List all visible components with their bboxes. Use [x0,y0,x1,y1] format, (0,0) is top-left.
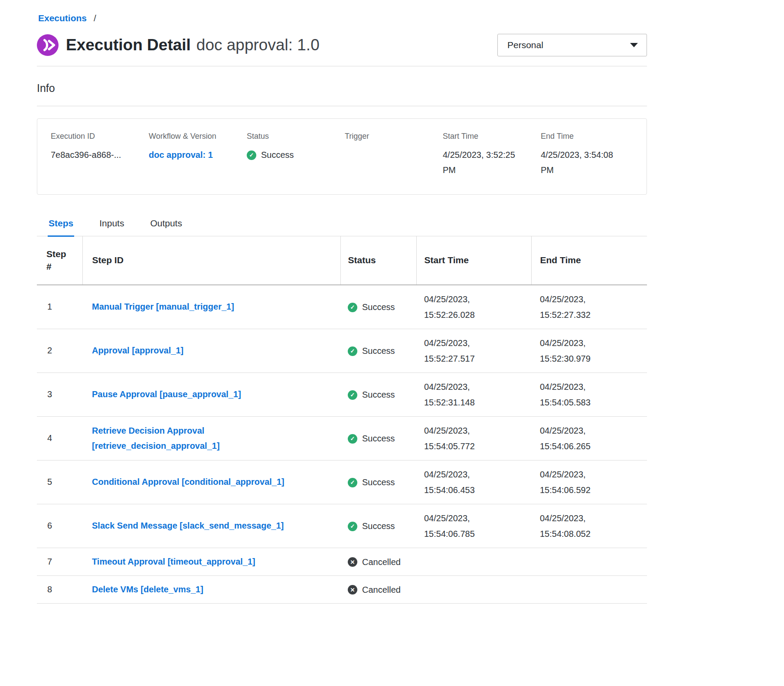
table-row: 8 Delete VMs [delete_vms_1] ✕ Cancelled [37,575,647,603]
title-row: Execution Detail doc approval: 1.0 Perso… [37,34,647,56]
end-time-cell: 04/25/2023, 15:54:08.052 [531,504,647,548]
info-card: Execution ID 7e8ac396-a868-... Workflow … [37,118,647,195]
info-label: Execution ID [51,132,149,141]
end-time-cell: 04/25/2023, 15:52:27.332 [531,285,647,329]
success-icon: ✓ [348,434,357,444]
info-field-workflow-version: Workflow & Version doc approval: 1 [149,132,247,178]
start-time-cell: 04/25/2023, 15:54:05.772 [416,416,531,460]
start-time-cell: 04/25/2023, 15:54:06.453 [416,460,531,504]
execution-id-value: 7e8ac396-a868-... [51,147,149,163]
breadcrumb-separator: / [94,13,96,23]
step-link[interactable]: Slack Send Message [slack_send_message_1… [92,518,284,533]
steps-table-header: Step # Step ID Status Start Time End Tim… [37,236,647,285]
info-field-status: Status ✓ Success [247,132,345,178]
column-header-step-number: Step # [37,236,82,285]
step-number: 2 [37,329,82,372]
step-number: 4 [37,416,82,460]
success-icon: ✓ [348,522,357,531]
status-badge: ✓ Success [348,302,395,312]
workspace-select-value: Personal [507,40,543,50]
step-number: 5 [37,460,82,504]
steps-table-body: 1 Manual Trigger [manual_trigger_1] ✓ Su… [37,285,647,604]
status-badge: ✓ Success [348,346,395,356]
end-time-cell: 04/25/2023, 15:54:06.265 [531,416,647,460]
start-time-cell: 04/25/2023, 15:52:26.028 [416,285,531,329]
chevron-down-icon [630,43,638,47]
workflow-brand-icon [37,34,59,56]
end-time-cell [531,548,647,575]
start-time-cell: 04/25/2023, 15:52:27.517 [416,329,531,372]
status-cell: ✕ Cancelled [340,575,416,603]
step-number: 8 [37,575,82,603]
table-row: 4 Retrieve Decision Approval [retrieve_d… [37,416,647,460]
info-label: Status [247,132,345,141]
tab-inputs[interactable]: Inputs [98,214,125,236]
title-divider [37,66,647,66]
step-link[interactable]: Manual Trigger [manual_trigger_1] [92,299,234,314]
start-time-value: 4/25/2023, 3:52:25 PM [443,147,525,178]
step-id-cell: Approval [approval_1] [82,329,340,372]
step-link[interactable]: Pause Approval [pause_approval_1] [92,387,241,402]
title-group: Execution Detail doc approval: 1.0 [37,34,320,56]
status-badge: ✓ Success [348,434,395,444]
step-number: 6 [37,504,82,548]
step-link[interactable]: Conditional Approval [conditional_approv… [92,474,284,490]
status-cell: ✓ Success [340,416,416,460]
cancelled-icon: ✕ [348,585,357,595]
info-field-trigger: Trigger [345,132,443,178]
breadcrumb: Executions / [38,13,647,23]
status-cell: ✓ Success [340,329,416,372]
table-row: 1 Manual Trigger [manual_trigger_1] ✓ Su… [37,285,647,329]
step-link[interactable]: Approval [approval_1] [92,343,183,358]
table-row: 5 Conditional Approval [conditional_appr… [37,460,647,504]
workspace-select[interactable]: Personal [497,34,647,56]
info-divider [37,106,647,106]
step-number: 3 [37,372,82,416]
info-field-start-time: Start Time 4/25/2023, 3:52:25 PM [443,132,541,178]
column-header-end-time: End Time [531,236,647,285]
step-id-cell: Retrieve Decision Approval [retrieve_dec… [82,416,340,460]
workflow-version-link[interactable]: doc approval: 1 [149,147,213,163]
column-header-status: Status [340,236,416,285]
end-time-value: 4/25/2023, 3:54:08 PM [541,147,623,178]
step-link[interactable]: Timeout Approval [timeout_approval_1] [92,554,255,569]
cancelled-icon: ✕ [348,557,357,567]
breadcrumb-executions-link[interactable]: Executions [38,13,87,23]
table-row: 2 Approval [approval_1] ✓ Success 04/25/… [37,329,647,372]
step-number: 7 [37,548,82,575]
info-field-execution-id: Execution ID 7e8ac396-a868-... [51,132,149,178]
column-header-step-id: Step ID [82,236,340,285]
step-id-cell: Manual Trigger [manual_trigger_1] [82,285,340,329]
start-time-cell: 04/25/2023, 15:54:06.785 [416,504,531,548]
success-icon: ✓ [348,390,357,400]
execution-status-badge: ✓ Success [247,147,294,163]
status-cell: ✕ Cancelled [340,548,416,575]
execution-detail-page: Executions / Execution Detail doc approv… [37,0,647,604]
success-icon: ✓ [348,346,357,356]
info-label: Workflow & Version [149,132,247,141]
status-cell: ✓ Success [340,460,416,504]
status-badge: ✓ Success [348,477,395,487]
end-time-cell: 04/25/2023, 15:54:05.583 [531,372,647,416]
tab-steps[interactable]: Steps [48,214,74,237]
step-id-cell: Conditional Approval [conditional_approv… [82,460,340,504]
step-id-cell: Delete VMs [delete_vms_1] [82,575,340,603]
status-badge: ✕ Cancelled [348,557,401,567]
status-cell: ✓ Success [340,372,416,416]
success-icon: ✓ [348,303,357,312]
step-number: 1 [37,285,82,329]
table-row: 6 Slack Send Message [slack_send_message… [37,504,647,548]
info-field-end-time: End Time 4/25/2023, 3:54:08 PM [541,132,623,178]
step-link[interactable]: Retrieve Decision Approval [retrieve_dec… [92,423,309,454]
start-time-cell [416,548,531,575]
end-time-cell [531,575,647,603]
tab-outputs[interactable]: Outputs [149,214,183,236]
column-header-start-time: Start Time [416,236,531,285]
step-id-cell: Timeout Approval [timeout_approval_1] [82,548,340,575]
info-label: Trigger [345,132,443,141]
execution-status-text: Success [261,147,294,163]
table-row: 3 Pause Approval [pause_approval_1] ✓ Su… [37,372,647,416]
info-section-title: Info [37,82,647,95]
step-link[interactable]: Delete VMs [delete_vms_1] [92,582,203,597]
end-time-cell: 04/25/2023, 15:52:30.979 [531,329,647,372]
